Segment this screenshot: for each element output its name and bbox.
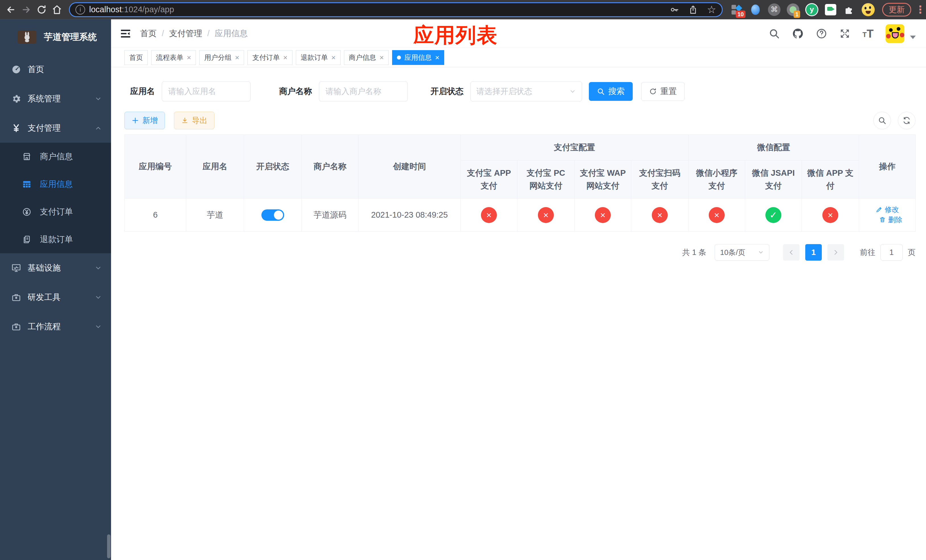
- export-button-label: 导出: [192, 115, 207, 126]
- sidebar-item-merchant-info[interactable]: 商户信息: [0, 143, 111, 170]
- sidebar-item-payment[interactable]: 支付管理: [0, 114, 111, 143]
- sidebar-collapse-icon[interactable]: [120, 28, 132, 39]
- dashboard-icon: [11, 64, 22, 75]
- share-icon[interactable]: [688, 5, 698, 15]
- refresh-table-button[interactable]: [898, 112, 915, 129]
- browser-toolbar: i localhost:1024/pay/app ☆ 10 ⌘ 1 y: [0, 0, 926, 20]
- bookmark-star-icon[interactable]: ☆: [707, 5, 716, 15]
- tags-view-bar: 首页 流程表单 × 用户分组 × 支付订单 × 退款订单 × 商户信息 ×: [111, 48, 926, 67]
- search-icon: [597, 88, 605, 95]
- extension-grid-icon[interactable]: 10: [730, 3, 743, 16]
- chevron-left-icon: [788, 249, 795, 256]
- page-size-select[interactable]: 10条/页: [715, 244, 769, 260]
- user-avatar[interactable]: [885, 24, 904, 43]
- status-disabled-icon: ×: [595, 207, 611, 223]
- merchant-name-input[interactable]: [319, 82, 408, 101]
- tag-user-group[interactable]: 用户分组 ×: [199, 50, 244, 65]
- fullscreen-icon[interactable]: [839, 28, 850, 39]
- sidebar-scrollbar[interactable]: [107, 534, 110, 558]
- search-icon: [878, 116, 887, 125]
- page-number-current[interactable]: 1: [805, 244, 822, 260]
- search-button[interactable]: 搜索: [589, 82, 633, 101]
- app-name-input[interactable]: [162, 82, 251, 101]
- extension-command-icon[interactable]: ⌘: [768, 3, 781, 16]
- site-info-icon[interactable]: i: [76, 5, 85, 15]
- app-name-label: 应用名: [130, 86, 155, 97]
- tag-app-info-active[interactable]: 应用信息 ×: [392, 50, 444, 65]
- sidebar-item-system[interactable]: 系统管理: [0, 84, 111, 114]
- tab-close-icon[interactable]: ×: [331, 54, 336, 61]
- tab-close-icon[interactable]: ×: [380, 54, 384, 61]
- cell-create-time: 2021-10-23 08:49:25: [359, 198, 461, 232]
- edit-link[interactable]: 修改: [876, 205, 899, 214]
- tab-close-icon[interactable]: ×: [187, 54, 191, 61]
- password-key-icon[interactable]: [669, 5, 679, 15]
- extensions-puzzle-icon[interactable]: [843, 3, 856, 16]
- cell-merchant-name: 芋道源码: [302, 198, 359, 232]
- tab-close-icon[interactable]: ×: [235, 54, 239, 61]
- sidebar-item-home[interactable]: 首页: [0, 55, 111, 84]
- browser-forward-button[interactable]: [20, 3, 33, 17]
- github-icon[interactable]: [792, 28, 804, 39]
- download-icon: [181, 117, 189, 124]
- tab-close-icon[interactable]: ×: [283, 54, 287, 61]
- add-button[interactable]: 新增: [124, 112, 165, 129]
- extension-chat-icon[interactable]: [824, 3, 837, 16]
- sidebar-item-refund-orders[interactable]: 退款订单: [0, 226, 111, 253]
- header-search-icon[interactable]: [769, 28, 780, 39]
- tag-payment-orders[interactable]: 支付订单 ×: [247, 50, 292, 65]
- toggle-search-button[interactable]: [873, 112, 891, 129]
- goto-page-input[interactable]: [881, 244, 903, 260]
- status-select-placeholder: 请选择开启状态: [477, 86, 532, 97]
- profile-emoji-icon[interactable]: [862, 3, 875, 16]
- sidebar-item-dev-tools[interactable]: 研发工具: [0, 283, 111, 312]
- col-header-actions: 操作: [859, 135, 916, 198]
- extension-badge-orange: 1: [794, 11, 800, 18]
- tag-home[interactable]: 首页: [124, 50, 148, 65]
- col-header-alipay-qr: 支付宝扫码支付: [631, 160, 688, 198]
- cell-app-id: 6: [125, 198, 186, 232]
- address-bar[interactable]: i localhost:1024/pay/app ☆: [69, 2, 723, 17]
- status-select[interactable]: 请选择开启状态: [471, 82, 582, 101]
- sidebar-item-infrastructure[interactable]: 基础设施: [0, 253, 111, 283]
- export-button[interactable]: 导出: [174, 112, 215, 129]
- tag-merchant-info[interactable]: 商户信息 ×: [344, 50, 389, 65]
- edit-link-label: 修改: [885, 205, 899, 214]
- sidebar-submenu-payment: 商户信息 应用信息 支付订单 退款订单: [0, 143, 111, 253]
- next-page-button[interactable]: [828, 244, 844, 260]
- status-toggle[interactable]: [262, 209, 284, 221]
- sidebar-item-workflow[interactable]: 工作流程: [0, 312, 111, 341]
- extension-y-icon[interactable]: y: [805, 3, 819, 16]
- breadcrumb-separator: /: [207, 29, 210, 38]
- browser-home-button[interactable]: [50, 3, 64, 17]
- browser-update-button[interactable]: 更新: [882, 3, 911, 17]
- refresh-icon: [902, 116, 911, 125]
- avatar-dropdown-caret-icon[interactable]: [910, 36, 916, 39]
- col-header-alipay-app: 支付宝 APP 支付: [461, 160, 517, 198]
- chevron-down-icon: [95, 264, 102, 272]
- sidebar-logo[interactable]: 芋道管理系统: [0, 20, 111, 55]
- sidebar-item-payment-orders[interactable]: 支付订单: [0, 198, 111, 226]
- browser-reload-button[interactable]: [35, 3, 48, 17]
- browser-menu-icon[interactable]: ⋮: [915, 5, 922, 15]
- delete-link[interactable]: 删除: [879, 215, 902, 224]
- font-size-icon[interactable]: TT: [862, 28, 874, 39]
- extension-balloon-icon[interactable]: [749, 3, 762, 16]
- breadcrumb-payment[interactable]: 支付管理: [169, 28, 202, 39]
- sidebar-item-app-info[interactable]: 应用信息: [0, 170, 111, 198]
- browser-back-button[interactable]: [4, 3, 18, 17]
- status-disabled-icon: ×: [822, 207, 838, 223]
- breadcrumb-home[interactable]: 首页: [140, 28, 157, 39]
- help-icon[interactable]: [816, 28, 827, 39]
- active-tag-dot: [397, 56, 401, 59]
- chevron-right-icon: [832, 249, 839, 256]
- chevron-up-icon: [95, 124, 102, 132]
- prev-page-button[interactable]: [783, 244, 800, 260]
- tab-close-icon[interactable]: ×: [435, 54, 439, 61]
- extension-camera-icon[interactable]: 1: [787, 3, 800, 16]
- browser-extensions: 10 ⌘ 1 y: [730, 3, 875, 16]
- tag-process-form[interactable]: 流程表单 ×: [151, 50, 196, 65]
- reset-button[interactable]: 重置: [641, 82, 684, 101]
- tag-refund-orders[interactable]: 退款订单 ×: [296, 50, 340, 65]
- pagination: 共 1 条 10条/页 1 前往 页: [124, 244, 915, 260]
